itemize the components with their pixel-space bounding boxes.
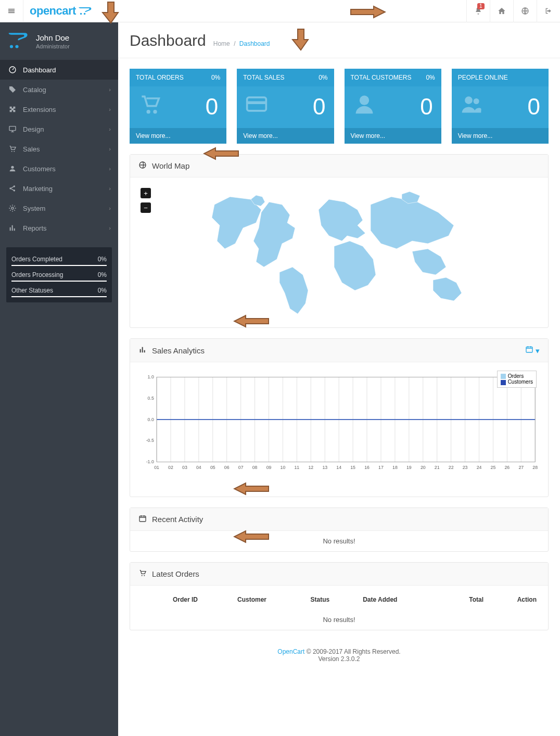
svg-text:-0.5: -0.5 — [146, 438, 154, 443]
page-header: Dashboard Home / Dashboard — [118, 22, 560, 58]
tile-viewmore[interactable]: View more... — [452, 128, 549, 144]
chevron-right-icon: › — [109, 225, 111, 231]
svg-text:-1.0: -1.0 — [146, 459, 154, 464]
world-map[interactable] — [183, 184, 495, 319]
sidebar-label: Extensions — [23, 106, 56, 113]
footer-rights: © 2009-2017 All Rights Reserved. — [304, 648, 400, 655]
svg-point-9 — [11, 166, 14, 169]
panel-latest-orders: Latest Orders Order ID Customer Status D… — [130, 562, 549, 630]
calendar-toggle[interactable]: ▾ — [525, 345, 540, 356]
content-area: Dashboard Home / Dashboard TOTAL ORDERS0… — [118, 22, 560, 736]
sidebar-label: Catalog — [23, 86, 46, 94]
map-zoom-in[interactable]: + — [141, 188, 151, 198]
menu-toggle-button[interactable] — [0, 0, 23, 22]
svg-text:16: 16 — [364, 465, 370, 470]
crumb-current[interactable]: Dashboard — [239, 40, 270, 47]
svg-text:17: 17 — [378, 465, 384, 470]
globe-icon — [521, 7, 529, 15]
gear-icon — [7, 204, 18, 212]
tile-viewmore[interactable]: View more... — [237, 128, 334, 144]
col-date: Date Added — [360, 592, 444, 607]
sidebar-item-system[interactable]: System› — [0, 198, 118, 218]
tile-label: TOTAL CUSTOMERS — [351, 74, 412, 81]
top-bar: opencart 1 — [0, 0, 560, 22]
svg-text:05: 05 — [210, 465, 215, 470]
sidebar-item-customers[interactable]: Customers› — [0, 159, 118, 179]
svg-text:01: 01 — [154, 465, 159, 470]
sidebar-item-design[interactable]: Design› — [0, 119, 118, 139]
svg-rect-22 — [526, 347, 532, 352]
profile-cart-icon — [8, 32, 30, 50]
sidebar-nav: Dashboard Catalog› Extensions› Design› S… — [0, 60, 118, 238]
svg-text:25: 25 — [491, 465, 496, 470]
stat-value: 0% — [98, 271, 107, 278]
sidebar-stats-panel: Orders Completed0% Orders Processing0% O… — [6, 247, 112, 302]
tile-value: 0 — [528, 94, 540, 120]
cart-icon — [138, 569, 147, 579]
crumb-home[interactable]: Home — [213, 40, 230, 47]
chevron-right-icon: › — [109, 126, 111, 132]
barchart-icon — [138, 346, 147, 356]
brand-cart-icon — [78, 6, 93, 16]
sidebar-item-marketing[interactable]: Marketing› — [0, 179, 118, 198]
tile-total-sales: TOTAL SALES0% 0 View more... — [237, 69, 334, 144]
svg-point-13 — [11, 207, 14, 209]
svg-text:11: 11 — [295, 465, 300, 470]
chevron-right-icon: › — [109, 86, 111, 93]
user-icon — [353, 93, 376, 121]
profile-role: Administrator — [36, 43, 70, 49]
map-zoom-out[interactable]: − — [141, 202, 151, 213]
store-front-button[interactable] — [513, 0, 537, 22]
home-icon — [498, 7, 506, 15]
svg-text:03: 03 — [182, 465, 187, 470]
tile-viewmore[interactable]: View more... — [345, 128, 441, 144]
svg-text:13: 13 — [322, 465, 327, 470]
sales-chart: -1.0-0.50.00.51.001020304050607080910111… — [138, 369, 540, 488]
brand-logo[interactable]: opencart — [23, 4, 93, 18]
svg-text:14: 14 — [336, 465, 341, 470]
svg-text:10: 10 — [281, 465, 286, 470]
tile-label: TOTAL ORDERS — [136, 74, 184, 81]
sidebar-item-sales[interactable]: Sales› — [0, 139, 118, 159]
col-order-id: Order ID — [170, 592, 234, 607]
cart-icon — [138, 93, 161, 121]
svg-point-15 — [153, 110, 157, 113]
logout-icon — [544, 7, 553, 15]
svg-text:04: 04 — [196, 465, 201, 470]
sidebar-label: Sales — [23, 145, 40, 153]
notifications-button[interactable]: 1 — [466, 0, 490, 22]
sidebar-label: Design — [23, 125, 44, 133]
logout-button[interactable] — [537, 0, 560, 22]
svg-text:02: 02 — [168, 465, 173, 470]
col-customer: Customer — [234, 592, 308, 607]
stat-label: Other Statuses — [11, 287, 53, 294]
activity-empty: No results! — [130, 531, 548, 551]
sidebar-item-reports[interactable]: Reports› — [0, 218, 118, 238]
svg-point-87 — [144, 575, 145, 576]
sidebar-label: Dashboard — [23, 66, 56, 74]
dashboard-icon — [7, 66, 18, 74]
sidebar-item-catalog[interactable]: Catalog› — [0, 80, 118, 99]
brand-text: opencart — [30, 4, 76, 18]
sidebar-label: Marketing — [23, 185, 53, 193]
globe-icon — [138, 161, 147, 171]
footer-brand-link[interactable]: OpenCart — [277, 648, 304, 655]
tile-label: TOTAL SALES — [243, 74, 284, 81]
chevron-right-icon: › — [109, 146, 111, 152]
svg-point-8 — [14, 151, 15, 152]
chevron-right-icon: › — [109, 106, 111, 112]
col-action: Action — [487, 592, 540, 607]
panel-world-map: World Map + − — [130, 154, 549, 328]
sidebar-item-dashboard[interactable]: Dashboard — [0, 60, 118, 80]
share-icon — [7, 184, 18, 193]
svg-rect-85 — [139, 516, 146, 522]
home-button[interactable] — [490, 0, 513, 22]
svg-text:27: 27 — [518, 465, 524, 470]
tile-viewmore[interactable]: View more... — [130, 128, 226, 144]
sidebar-item-extensions[interactable]: Extensions› — [0, 99, 118, 119]
tile-value: 0 — [313, 94, 325, 120]
svg-text:21: 21 — [435, 465, 440, 470]
notification-badge: 1 — [477, 3, 485, 9]
svg-point-18 — [359, 96, 368, 105]
chevron-right-icon: › — [109, 166, 111, 172]
